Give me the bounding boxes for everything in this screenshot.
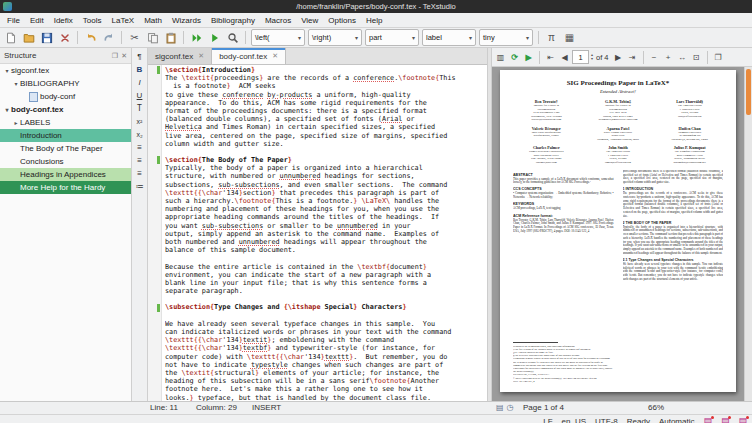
structure-item-labels[interactable]: ▸LABELS <box>0 116 131 129</box>
structure-item-introduction[interactable]: Introduction <box>0 129 131 142</box>
align-right-icon[interactable]: ≡ <box>133 167 146 179</box>
view-pdf-button[interactable] <box>224 29 241 46</box>
structure-item-headings-in-appendices[interactable]: Headings in Appendices <box>0 168 131 181</box>
pdf-view[interactable]: SIG Proceedings Paper in LaTeX* Extended… <box>492 67 752 401</box>
menu-tools[interactable]: Tools <box>78 16 107 25</box>
code-line: can indicate italicized words or phrases… <box>165 328 484 336</box>
menu-macros[interactable]: Macros <box>260 16 296 25</box>
float-panel-icon[interactable]: ❐ <box>112 52 118 60</box>
insert-table-button[interactable]: ▦ <box>561 29 578 46</box>
first-page-button[interactable]: ⇤ <box>544 50 557 64</box>
structure-item-sigconf-tex[interactable]: ▾sigconf.tex <box>0 64 131 77</box>
pdf-paragraph: • Computer systems organization → Embedd… <box>513 192 614 199</box>
copy-button[interactable] <box>144 29 161 46</box>
structure-item-more-help-for-the-hardy[interactable]: More Help for the Hardy <box>0 181 131 194</box>
tab-sigconf-tex[interactable]: sigconf.tex✕ <box>148 48 212 64</box>
fontsize-select[interactable]: tiny▾ <box>479 29 533 46</box>
redo-button[interactable] <box>100 29 117 46</box>
tab-body-conf-tex[interactable]: body-conf.tex✕ <box>212 48 286 64</box>
menu-wizards[interactable]: Wizards <box>167 16 206 25</box>
bold-icon[interactable]: B <box>133 63 146 75</box>
structure-item-body-conf[interactable]: body-conf <box>0 90 131 103</box>
code-line: such a hierarchy.\footnote{This is a foo… <box>165 197 484 205</box>
spin-arrows-icon[interactable]: ▴▾ <box>591 53 593 61</box>
bullet-list-icon[interactable]: ≔ <box>133 180 146 192</box>
pdf-scrollbar-thumb[interactable] <box>746 69 751 115</box>
pdf-author: Julius P. KumquatThe Kumquat Consortium2… <box>656 145 723 164</box>
close-tab-icon[interactable]: ✕ <box>272 52 278 60</box>
sectioning-select[interactable]: part▾ <box>365 29 419 46</box>
fit-page-button[interactable]: ⊡ <box>690 50 703 64</box>
expander-icon[interactable]: ▾ <box>12 80 20 87</box>
close-panel-icon[interactable]: ✕ <box>121 52 127 60</box>
menu-latex[interactable]: LaTeX <box>107 16 140 25</box>
toc-button[interactable]: ▥ <box>494 50 507 64</box>
menu-math[interactable]: Math <box>139 16 167 25</box>
code-line: \texttt{{\char'134}textit}; emboldening … <box>165 336 484 344</box>
menu-edit[interactable]: Edit <box>25 16 49 25</box>
close-file-button[interactable] <box>56 29 73 46</box>
expander-icon[interactable]: ▸ <box>12 119 20 126</box>
toolbar-separator <box>539 51 540 64</box>
structure-item-bibliography[interactable]: ▾BIBLIOGRAPHY <box>0 77 131 90</box>
prev-page-button[interactable]: ◀ <box>558 50 571 64</box>
typewriter-icon[interactable]: T <box>133 102 146 114</box>
menu-options[interactable]: Options <box>323 16 361 25</box>
pilcrow-icon[interactable]: ¶ <box>133 50 146 62</box>
zoom-in-button[interactable]: + <box>662 50 675 64</box>
paste-button[interactable] <box>162 29 179 46</box>
preview-badge-icon[interactable]: ▤ <box>738 417 747 423</box>
math-mode-button[interactable]: π <box>543 29 560 46</box>
expander-icon[interactable]: ▾ <box>3 67 11 74</box>
structure-item-label: body-conf.tex <box>11 105 63 114</box>
menu-view[interactable]: View <box>296 16 323 25</box>
code-line: \subsection{Type Changes and {\itshape S… <box>165 303 484 311</box>
build-view-button[interactable] <box>188 29 205 46</box>
detach-viewer-button[interactable]: ❐ <box>712 50 725 64</box>
structure-item-body-conf-tex[interactable]: ▾body-conf.tex <box>0 103 131 116</box>
chevron-down-icon: ▾ <box>412 34 415 41</box>
italic-icon[interactable]: I <box>133 76 146 88</box>
menu-help[interactable]: Help <box>361 16 387 25</box>
report-icon[interactable]: ▤ <box>496 403 504 413</box>
code-area[interactable]: \section{Introduction}The \textit{procee… <box>162 65 487 401</box>
reference-select[interactable]: label▾ <box>422 29 476 46</box>
pdf-refresh-button[interactable]: ⟳ <box>508 50 521 64</box>
align-center-icon[interactable]: ≡ <box>133 154 146 166</box>
open-file-button[interactable] <box>20 29 37 46</box>
cut-button[interactable]: ✂ <box>126 29 143 46</box>
menu-idefix[interactable]: Idefix <box>49 16 78 25</box>
expander-icon[interactable]: ▾ <box>3 106 11 113</box>
subscript-icon[interactable]: x₂ <box>133 128 146 140</box>
save-button[interactable] <box>38 29 55 46</box>
page-count-label: of 4 <box>596 53 609 62</box>
next-page-button[interactable]: ▶ <box>612 50 625 64</box>
clock-icon[interactable]: ◷ <box>507 403 514 413</box>
structure-item-conclusions[interactable]: Conclusions <box>0 155 131 168</box>
fit-width-button[interactable]: ↔ <box>676 50 689 64</box>
messages-badge-icon[interactable]: ▤ <box>703 417 712 423</box>
pdf-scrollbar[interactable] <box>744 67 752 401</box>
pdf-paragraph: Typically, the body of a paper is organi… <box>623 226 724 256</box>
menu-file[interactable]: File <box>2 16 25 25</box>
log-badge-icon[interactable]: ▤ <box>721 417 730 423</box>
align-left-icon[interactable]: ≡ <box>133 141 146 153</box>
undo-button[interactable] <box>82 29 99 46</box>
close-tab-icon[interactable]: ✕ <box>198 52 204 60</box>
structure-item-the-body-of-the-paper[interactable]: The Body of The Paper <box>0 142 131 155</box>
page-number-input[interactable]: 1 <box>572 50 589 64</box>
superscript-icon[interactable]: x² <box>133 115 146 127</box>
toolbar-separator <box>707 51 708 64</box>
pdf-left-column: ABSTRACTThis paper provides a sample of … <box>513 170 614 383</box>
pdf-play-button[interactable]: ▶ <box>522 50 535 64</box>
menu-bibliography[interactable]: Bibliography <box>206 16 260 25</box>
compile-button[interactable] <box>206 29 223 46</box>
underline-icon[interactable]: U <box>133 89 146 101</box>
pdf-author: Charles PalmerPalmer Research Laboratori… <box>513 145 580 164</box>
new-file-button[interactable] <box>2 29 19 46</box>
format-toolbar: ¶BIUTx²x₂≡≡≡≔ <box>132 48 148 401</box>
left-delimiter-select[interactable]: \left(▾ <box>251 29 305 46</box>
last-page-button[interactable]: ⇥ <box>626 50 639 64</box>
right-delimiter-select[interactable]: \right)▾ <box>308 29 362 46</box>
zoom-out-button[interactable]: − <box>648 50 661 64</box>
